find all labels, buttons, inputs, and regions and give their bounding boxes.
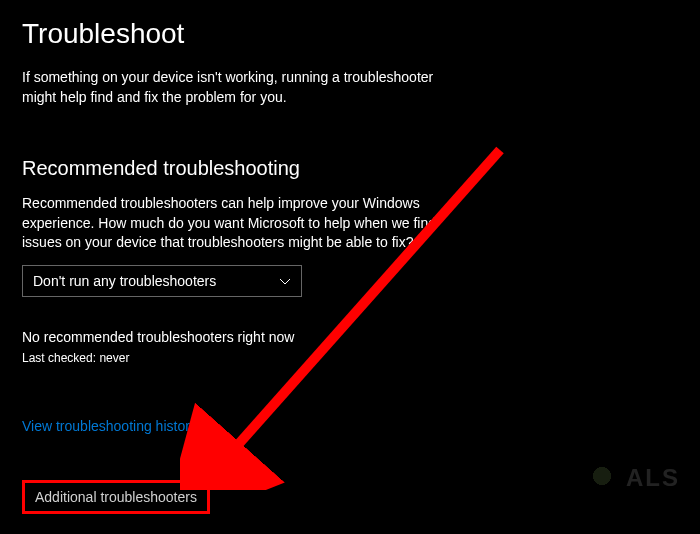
watermark: ALS bbox=[582, 458, 680, 498]
dropdown-selected-label: Don't run any troubleshooters bbox=[33, 273, 216, 289]
recommended-status: No recommended troubleshooters right now bbox=[22, 329, 678, 345]
recommended-heading: Recommended troubleshooting bbox=[22, 157, 678, 180]
watermark-text: ALS bbox=[626, 464, 680, 492]
intro-text: If something on your device isn't workin… bbox=[22, 68, 452, 107]
chevron-down-icon bbox=[279, 275, 291, 287]
troubleshooter-preference-dropdown[interactable]: Don't run any troubleshooters bbox=[22, 265, 302, 297]
recommended-description: Recommended troubleshooters can help imp… bbox=[22, 194, 472, 253]
watermark-icon bbox=[582, 458, 622, 498]
annotation-highlight-box: Additional troubleshooters bbox=[22, 480, 210, 514]
view-history-link[interactable]: View troubleshooting history bbox=[22, 418, 197, 434]
additional-troubleshooters-link[interactable]: Additional troubleshooters bbox=[29, 485, 203, 509]
last-checked-text: Last checked: never bbox=[22, 351, 678, 365]
page-title: Troubleshoot bbox=[22, 18, 678, 50]
